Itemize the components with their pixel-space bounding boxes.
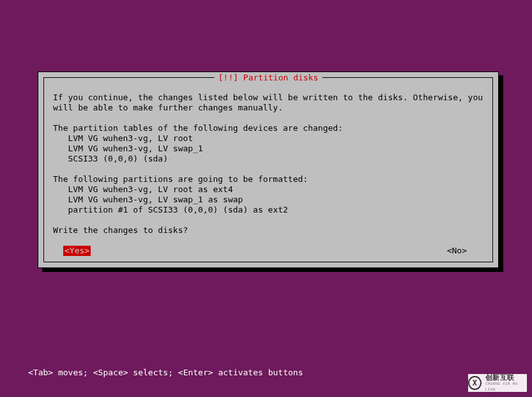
watermark-mark-icon: X: [468, 376, 482, 390]
dialog-body: If you continue, the changes listed belo…: [53, 93, 483, 236]
watermark-text: 创新互联 CHUANG XIN HU LIAN: [485, 375, 527, 392]
yes-button[interactable]: <Yes>: [63, 246, 91, 256]
watermark-logo: X 创新互联 CHUANG XIN HU LIAN: [468, 374, 527, 392]
partition-dialog: [!!] Partition disks If you continue, th…: [38, 71, 499, 268]
no-button[interactable]: <No>: [447, 246, 467, 256]
keyboard-hint: <Tab> moves; <Space> selects; <Enter> ac…: [28, 368, 303, 378]
watermark-line1: 创新互联: [485, 375, 527, 380]
dialog-frame: [!!] Partition disks If you continue, th…: [43, 77, 493, 262]
watermark-line2: CHUANG XIN HU LIAN: [485, 380, 527, 392]
dialog-actions: <Yes> <No>: [53, 246, 483, 256]
dialog-title: [!!] Partition disks: [215, 73, 323, 83]
